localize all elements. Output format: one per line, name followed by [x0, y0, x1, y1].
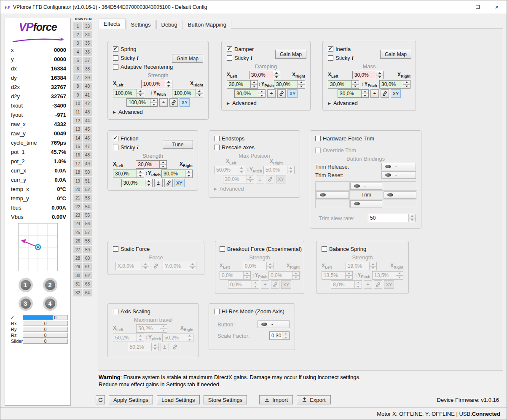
friction-left-spinner[interactable]: 30,0%	[113, 170, 144, 178]
spinner-up-button[interactable]	[346, 272, 352, 275]
damper-bottom-spinner[interactable]: 30,0%	[234, 89, 266, 98]
spinner-up-button[interactable]	[282, 332, 289, 336]
spring-gain-map-button[interactable]: Gain Map	[172, 54, 203, 63]
hires-scale-factor-spinner[interactable]: 0,30	[269, 331, 290, 340]
spinner-up-button[interactable]	[189, 262, 196, 266]
maximize-button[interactable]	[468, 0, 487, 13]
inertia-gain-map-button[interactable]: Gain Map	[380, 50, 411, 59]
tab-debug[interactable]: Debug	[156, 20, 182, 29]
breakout-xy-button[interactable]: XY	[281, 280, 291, 289]
endstops-bottom-spinner[interactable]: 30,0%	[223, 175, 254, 183]
spinner-up-button[interactable]	[267, 262, 274, 266]
spinner-down-button[interactable]	[247, 179, 254, 183]
axis-scaling-checkbox[interactable]	[113, 309, 118, 314]
inertia-sticky-checkbox[interactable]	[328, 55, 333, 61]
trim-reset-binding-button[interactable]: -	[381, 171, 416, 179]
spinner-down-button[interactable]	[137, 174, 144, 178]
spring-adaptive-recentering-checkbox[interactable]	[113, 64, 118, 70]
spring-link-button[interactable]	[169, 98, 178, 107]
spinner-up-button[interactable]	[409, 214, 416, 218]
damper-left-spinner[interactable]: 30,0%	[227, 80, 258, 89]
spinner-down-button[interactable]	[189, 266, 196, 270]
minimize-button[interactable]	[448, 0, 468, 13]
spring-top-spinner[interactable]: 100,0%	[141, 80, 172, 88]
friction-xy-button[interactable]: XY	[174, 179, 185, 187]
endstops-checkbox[interactable]	[214, 136, 220, 141]
spinner-down-button[interactable]	[160, 328, 167, 333]
spinner-down-button[interactable]	[355, 285, 362, 289]
inertia-checkbox[interactable]	[328, 46, 333, 52]
spinner-up-button[interactable]	[238, 166, 245, 170]
spinner-up-button[interactable]	[251, 81, 258, 84]
breakout-force-checkbox[interactable]	[220, 246, 225, 252]
store-settings-button[interactable]: Store Settings	[204, 395, 247, 404]
spring-xy-button[interactable]: XY	[180, 98, 190, 107]
damper-xy-button[interactable]: XY	[287, 89, 298, 98]
inertia-plusminus-button[interactable]: ±	[370, 89, 379, 98]
breakout-top-spinner[interactable]: 0,0%	[243, 262, 274, 270]
damper-plusminus-button[interactable]: ±	[267, 89, 276, 98]
spinner-down-button[interactable]	[165, 84, 172, 88]
spinner-down-button[interactable]	[152, 347, 158, 351]
spring-plusminus-button[interactable]: ±	[159, 98, 168, 107]
spinner-up-button[interactable]	[196, 89, 203, 93]
spinner-down-button[interactable]	[403, 84, 410, 89]
spinner-up-button[interactable]	[185, 170, 192, 174]
trim-left-binding-button[interactable]: -	[316, 191, 349, 199]
spinner-up-button[interactable]	[247, 175, 254, 179]
damper-top-spinner[interactable]: 30,0%	[249, 71, 280, 79]
hires-mode-checkbox[interactable]	[214, 309, 220, 314]
balance-right-spinner[interactable]: 13,5%	[372, 271, 403, 280]
spinner-up-button[interactable]	[396, 272, 403, 275]
spinner-up-button[interactable]	[186, 334, 193, 338]
breakout-right-spinner[interactable]: 0,0%	[268, 271, 300, 280]
spinner-down-button[interactable]	[244, 275, 250, 280]
inertia-bottom-spinner[interactable]: 30,0%	[338, 89, 369, 98]
damper-sticky-checkbox[interactable]	[227, 55, 232, 61]
breakout-bottom-spinner[interactable]: 0,0%	[228, 280, 259, 289]
inertia-advanced-expander[interactable]: ▶ Advanced	[328, 100, 410, 106]
endstops-xy-button[interactable]: XY	[276, 175, 286, 183]
inertia-link-button[interactable]	[381, 89, 389, 98]
friction-checkbox[interactable]	[113, 136, 118, 141]
spring-bottom-spinner[interactable]: 100,0%	[126, 98, 158, 107]
spinner-up-button[interactable]	[287, 166, 294, 170]
spinner-up-button[interactable]	[403, 81, 410, 84]
axis-scaling-right-spinner[interactable]: 50,2%	[162, 334, 193, 342]
apply-settings-button[interactable]: Apply Settings	[109, 395, 153, 404]
spinner-down-button[interactable]	[186, 338, 193, 342]
balance-link-button[interactable]	[374, 280, 382, 289]
spinner-up-button[interactable]	[137, 170, 144, 174]
friction-top-spinner[interactable]: 30,0%	[136, 160, 167, 169]
spinner-down-button[interactable]	[370, 266, 376, 270]
spinner-up-button[interactable]	[292, 272, 299, 275]
spring-left-spinner[interactable]: 100,0%	[113, 89, 144, 97]
spinner-up-button[interactable]	[258, 90, 265, 94]
inertia-right-spinner[interactable]: 30,0%	[379, 80, 410, 89]
export-button[interactable]: Export	[297, 395, 331, 404]
spinner-down-button[interactable]	[160, 164, 166, 169]
spinner-down-button[interactable]	[273, 75, 280, 79]
endstops-advanced-expander[interactable]: ▶ Advanced	[214, 186, 295, 192]
refresh-button[interactable]	[96, 395, 105, 404]
trim-right-binding-button[interactable]: -	[384, 191, 416, 199]
breakout-left-spinner[interactable]: 0,0%	[220, 271, 251, 280]
spinner-up-button[interactable]	[165, 80, 172, 84]
spinner-down-button[interactable]	[292, 275, 299, 280]
trim-up-binding-button[interactable]: -	[350, 183, 382, 190]
static-force-checkbox[interactable]	[113, 246, 118, 252]
balance-left-spinner[interactable]: 13,5%	[322, 271, 353, 280]
spinner-down-button[interactable]	[362, 94, 368, 98]
spinner-down-button[interactable]	[267, 266, 274, 270]
balance-bottom-spinner[interactable]: 8,0%	[331, 280, 362, 289]
spinner-down-button[interactable]	[298, 84, 305, 89]
spinner-up-button[interactable]	[352, 81, 359, 84]
spinner-down-button[interactable]	[287, 170, 294, 174]
spinner-up-button[interactable]	[355, 281, 362, 285]
axis-scaling-top-spinner[interactable]: 50,2%	[136, 324, 167, 333]
hardware-force-trim-checkbox[interactable]	[315, 136, 321, 141]
spinner-down-button[interactable]	[238, 170, 245, 174]
damper-advanced-expander[interactable]: ▶ Advanced	[227, 100, 305, 106]
damper-gain-map-button[interactable]: Gain Map	[275, 50, 306, 59]
spinner-down-button[interactable]	[185, 174, 192, 178]
